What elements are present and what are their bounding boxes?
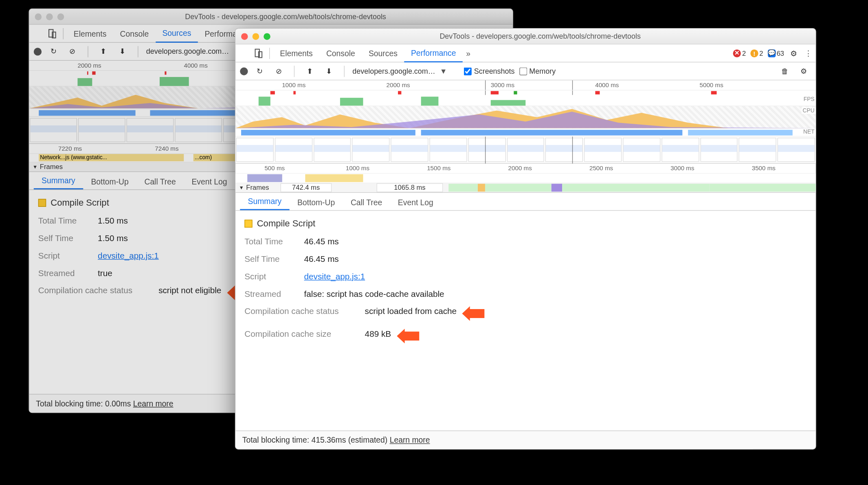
summary-label: Streamed (244, 289, 296, 298)
dtab-calltree[interactable]: Call Tree (343, 194, 390, 210)
record-button[interactable] (34, 48, 42, 55)
learn-more-link[interactable]: Learn more (390, 436, 430, 445)
tab-console[interactable]: Console (319, 44, 362, 62)
perf-toolbar: ↻ ⊘ ⬆ ⬇ developers.google.com…▼ Screensh… (235, 62, 815, 80)
tab-sources[interactable]: Sources (362, 44, 404, 62)
summary-label: Compilation cache size (244, 329, 357, 343)
maximize-icon[interactable] (57, 13, 64, 20)
url-selector[interactable]: developers.google.com… (146, 47, 229, 56)
clear-icon[interactable]: ⊘ (68, 46, 78, 57)
summary-row: Total Time46.45 ms (244, 237, 806, 246)
summary-value: script not eligible (158, 285, 221, 300)
network-flame[interactable] (235, 173, 815, 182)
category-color-icon (244, 220, 252, 228)
overview-ruler: 1000 ms 2000 ms 3000 ms 4000 ms 5000 ms (235, 80, 815, 90)
tab-performance[interactable]: Performance (404, 44, 463, 62)
footer: Total blocking time: 415.36ms (estimated… (235, 430, 815, 449)
summary-label: Total Time (244, 237, 296, 246)
url-selector[interactable]: developers.google.com… (352, 67, 435, 75)
gear-icon[interactable]: ⚙ (799, 66, 809, 76)
summary-label: Total Time (38, 216, 90, 225)
error-count[interactable]: ✕2 (733, 49, 746, 57)
titlebar[interactable]: DevTools - developers.google.com/web/too… (235, 29, 815, 44)
summary-row: Scriptdevsite_app.js:1 (244, 272, 806, 281)
cpu-row: CPU (235, 106, 815, 129)
titlebar[interactable]: DevTools - developers.google.com/web/too… (29, 9, 513, 25)
summary-label: Self Time (244, 254, 296, 263)
clear-icon[interactable]: ⊘ (274, 66, 284, 76)
tab-sources[interactable]: Sources (156, 24, 198, 42)
more-tabs-icon[interactable]: » (463, 48, 474, 57)
traffic-lights[interactable] (35, 13, 64, 20)
category-color-icon (38, 199, 46, 207)
dtab-eventlog[interactable]: Event Log (390, 194, 442, 210)
main-toolbar: Elements Console Sources Performance » ✕… (235, 44, 815, 62)
gear-icon[interactable]: ⚙ (789, 48, 799, 58)
summary-value: 489 kB (365, 329, 391, 343)
dtab-summary[interactable]: Summary (240, 193, 289, 210)
chevron-down-icon[interactable]: ▼ (33, 164, 37, 170)
screenshots-checkbox[interactable]: Screenshots (464, 67, 515, 75)
chevron-down-icon[interactable]: ▼ (239, 185, 244, 191)
frames-row[interactable]: ▼ Frames 742.4 ms 1065.8 ms (235, 183, 815, 193)
dtab-summary[interactable]: Summary (34, 173, 83, 189)
dtab-bottomup[interactable]: Bottom-Up (290, 194, 343, 210)
screenshots-strip[interactable] (235, 136, 815, 163)
net-row: NET (235, 129, 815, 136)
inspect-icon[interactable] (238, 48, 249, 58)
minimize-icon[interactable] (46, 13, 53, 20)
summary-label: Script (38, 250, 90, 260)
trash-icon[interactable]: 🗑 (780, 66, 790, 76)
inspect-icon[interactable] (31, 29, 43, 39)
tab-elements[interactable]: Elements (67, 24, 113, 42)
download-icon[interactable]: ⬇ (117, 46, 127, 57)
reload-icon[interactable]: ↻ (48, 46, 59, 57)
reload-icon[interactable]: ↻ (255, 66, 265, 76)
summary-label: Compilation cache status (38, 285, 151, 300)
summary-label: Streamed (38, 268, 90, 277)
close-icon[interactable] (35, 13, 42, 20)
script-link[interactable]: devsite_app.js:1 (98, 250, 159, 260)
tab-elements[interactable]: Elements (273, 44, 320, 62)
window-title: DevTools - developers.google.com/web/too… (270, 32, 810, 41)
summary-value: 1.50 ms (98, 216, 128, 225)
callout-arrow-icon (397, 329, 419, 343)
summary-value: 1.50 ms (98, 233, 128, 243)
summary-row: Compilation cache statusscript loaded fr… (244, 306, 806, 321)
summary-row: Self Time46.45 ms (244, 254, 806, 263)
learn-more-link[interactable]: Learn more (133, 399, 174, 408)
summary-label: Compilation cache status (244, 306, 357, 321)
upload-icon[interactable]: ⬆ (99, 46, 109, 57)
overview-timeline[interactable]: 1000 ms 2000 ms 3000 ms 4000 ms 5000 ms … (235, 80, 815, 163)
device-icon[interactable] (253, 48, 264, 58)
summary-value: false: script has code-cache available (304, 289, 444, 298)
summary-label: Script (244, 272, 296, 281)
kebab-icon[interactable]: ⋮ (803, 48, 813, 58)
minimize-icon[interactable] (253, 33, 259, 40)
dtab-bottomup[interactable]: Bottom-Up (83, 173, 136, 189)
memory-checkbox[interactable]: Memory (519, 67, 556, 75)
device-icon[interactable] (47, 29, 57, 39)
overview-marks (235, 90, 815, 95)
summary-row: Compilation cache size489 kB (244, 329, 806, 343)
close-icon[interactable] (241, 33, 248, 40)
download-icon[interactable]: ⬇ (324, 66, 334, 76)
warning-count[interactable]: !2 (750, 49, 763, 57)
traffic-lights[interactable] (241, 33, 270, 40)
dtab-calltree[interactable]: Call Tree (136, 173, 184, 189)
dtab-eventlog[interactable]: Event Log (184, 173, 235, 189)
script-link[interactable]: devsite_app.js:1 (304, 272, 365, 281)
summary-value: true (98, 268, 112, 277)
detail-ruler[interactable]: 500 ms 1000 ms 1500 ms 2000 ms 2500 ms 3… (235, 164, 815, 174)
summary-row: Streamedfalse: script has code-cache ava… (244, 289, 806, 298)
summary-value: script loaded from cache (365, 306, 457, 321)
summary-panel: Compile Script Total Time46.45 msSelf Ti… (235, 211, 815, 431)
upload-icon[interactable]: ⬆ (305, 66, 315, 76)
fps-row: FPS (235, 95, 815, 106)
maximize-icon[interactable] (264, 33, 270, 40)
summary-value: 46.45 ms (304, 237, 339, 246)
record-button[interactable] (240, 67, 248, 75)
info-count[interactable]: 💬63 (768, 49, 784, 57)
window-title: DevTools - developers.google.com/web/too… (64, 12, 507, 21)
tab-console[interactable]: Console (113, 24, 156, 42)
